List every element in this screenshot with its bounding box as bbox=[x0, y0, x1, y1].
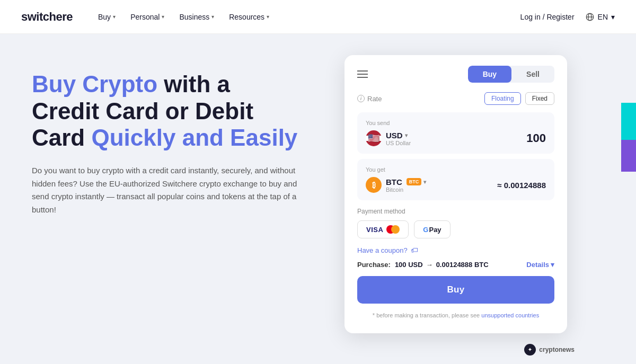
chevron-down-icon: ▾ bbox=[113, 14, 116, 20]
buy-sell-tabs: Buy Sell bbox=[468, 66, 554, 83]
visa-text: VISA bbox=[366, 226, 383, 234]
widget-area: Buy Sell i Rate Floating Fixed You send bbox=[329, 34, 583, 364]
chevron-down-icon: ▾ bbox=[611, 13, 615, 21]
send-currency-info: USD ▾ US Dollar bbox=[386, 131, 411, 146]
hero-normal-2: Credit Card or Debit bbox=[32, 98, 253, 124]
mc-orange-circle bbox=[391, 225, 400, 234]
gpay-option[interactable]: GPay bbox=[414, 220, 450, 238]
tag-icon: 🏷 bbox=[411, 246, 418, 254]
hero-normal-1: with a bbox=[164, 71, 230, 97]
get-row: ₿ BTC BTC ▾ Bitcoin ≈ 0.00124888 bbox=[366, 177, 546, 193]
hamburger-menu[interactable] bbox=[357, 70, 368, 78]
send-box: You send 🇺🇸 USD ▾ US Dollar 100 bbox=[357, 112, 554, 154]
purchase-summary-row: Purchase: 100 USD → 0.00124888 BTC Detai… bbox=[357, 261, 554, 269]
unsupported-countries-link[interactable]: unsupported countries bbox=[481, 312, 539, 318]
rate-type-buttons: Floating Fixed bbox=[484, 92, 554, 105]
send-currency-selector[interactable]: 🇺🇸 USD ▾ US Dollar bbox=[366, 130, 411, 146]
disclaimer: * before making a transaction, please se… bbox=[357, 312, 554, 318]
gpay-logo: GPay bbox=[423, 226, 441, 234]
chevron-down-icon: ▾ bbox=[162, 14, 164, 20]
payment-label: Payment method bbox=[357, 208, 554, 215]
deco-purple-shape bbox=[621, 140, 636, 172]
details-button[interactable]: Details ▾ bbox=[526, 261, 554, 269]
language-selector[interactable]: EN ▾ bbox=[585, 12, 615, 22]
get-currency-selector[interactable]: ₿ BTC BTC ▾ Bitcoin bbox=[366, 177, 426, 193]
chevron-down-icon: ▾ bbox=[423, 179, 426, 185]
usd-flag-icon: 🇺🇸 bbox=[366, 130, 382, 146]
cryptonews-badge: ✦ cryptonews bbox=[524, 344, 575, 356]
hero-normal-3: Card bbox=[32, 125, 91, 150]
tab-sell[interactable]: Sell bbox=[511, 66, 554, 83]
coupon-link[interactable]: Have a coupon? 🏷 bbox=[357, 246, 554, 254]
tab-buy[interactable]: Buy bbox=[468, 66, 511, 83]
globe-icon bbox=[585, 12, 595, 22]
navbar: switchere Buy ▾ Personal ▾ Business ▾ Re… bbox=[0, 0, 636, 34]
payment-methods: VISA GPay bbox=[357, 220, 554, 238]
auth-link[interactable]: Log in / Register bbox=[520, 13, 575, 21]
visa-mastercard-option[interactable]: VISA bbox=[357, 220, 409, 238]
fixed-rate-btn[interactable]: Fixed bbox=[525, 92, 554, 105]
payment-section: Payment method VISA GPay bbox=[357, 208, 554, 238]
nav-resources[interactable]: Resources ▾ bbox=[229, 13, 269, 21]
hero-highlight-1: Buy Crypto bbox=[32, 71, 157, 97]
send-label: You send bbox=[366, 120, 546, 126]
chevron-down-icon: ▾ bbox=[551, 261, 554, 269]
send-row: 🇺🇸 USD ▾ US Dollar 100 bbox=[366, 130, 546, 146]
nav-personal[interactable]: Personal ▾ bbox=[130, 13, 164, 21]
send-currency-name: US Dollar bbox=[386, 140, 411, 146]
get-currency-name: Bitcoin bbox=[386, 187, 426, 193]
get-amount: ≈ 0.00124888 bbox=[497, 181, 546, 190]
hero-section: Buy Crypto with a Credit Card or Debit C… bbox=[0, 34, 329, 364]
brand-logo[interactable]: switchere bbox=[21, 10, 73, 24]
exchange-widget: Buy Sell i Rate Floating Fixed You send bbox=[344, 55, 567, 333]
cryptonews-logo-icon: ✦ bbox=[524, 344, 536, 356]
hamburger-line bbox=[357, 70, 368, 72]
hero-highlight-2: Quickly and Easily bbox=[91, 125, 297, 150]
get-box: You get ₿ BTC BTC ▾ Bitcoin ≈ bbox=[357, 159, 554, 200]
get-currency-info: BTC BTC ▾ Bitcoin bbox=[386, 177, 426, 193]
get-label: You get bbox=[366, 166, 546, 173]
chevron-down-icon: ▾ bbox=[211, 14, 214, 20]
send-amount[interactable]: 100 bbox=[526, 131, 546, 145]
hero-description: Do you want to buy crypto with a credit … bbox=[32, 164, 302, 217]
hero-heading: Buy Crypto with a Credit Card or Debit C… bbox=[32, 71, 302, 152]
widget-header: Buy Sell bbox=[357, 66, 554, 83]
nav-right: Log in / Register EN ▾ bbox=[520, 12, 615, 22]
mastercard-icon bbox=[386, 225, 400, 234]
nav-business[interactable]: Business ▾ bbox=[179, 13, 214, 21]
hamburger-line bbox=[357, 77, 368, 78]
floating-rate-btn[interactable]: Floating bbox=[484, 92, 521, 105]
chevron-down-icon: ▾ bbox=[267, 14, 269, 20]
nav-buy[interactable]: Buy ▾ bbox=[98, 13, 116, 21]
chevron-down-icon: ▾ bbox=[405, 132, 408, 138]
btc-badge: BTC bbox=[407, 178, 422, 185]
rate-row: i Rate Floating Fixed bbox=[357, 92, 554, 105]
hamburger-line bbox=[357, 74, 368, 75]
purchase-to: 0.00124888 BTC bbox=[436, 261, 489, 269]
purchase-label: Purchase: bbox=[357, 261, 391, 269]
get-currency-code: BTC BTC ▾ bbox=[386, 177, 426, 187]
btc-icon: ₿ bbox=[366, 177, 382, 193]
main-content: Buy Crypto with a Credit Card or Debit C… bbox=[0, 34, 636, 364]
purchase-from: 100 USD bbox=[395, 261, 423, 269]
rate-label: i Rate bbox=[357, 95, 382, 103]
coupon-row: Have a coupon? 🏷 bbox=[357, 246, 554, 254]
arrow-icon: → bbox=[426, 261, 433, 269]
deco-cyan-shape bbox=[621, 103, 636, 145]
send-currency-code: USD ▾ bbox=[386, 131, 411, 140]
info-icon: i bbox=[357, 95, 365, 102]
nav-links: Buy ▾ Personal ▾ Business ▾ Resources ▾ bbox=[98, 13, 520, 21]
buy-button[interactable]: Buy bbox=[357, 276, 554, 304]
